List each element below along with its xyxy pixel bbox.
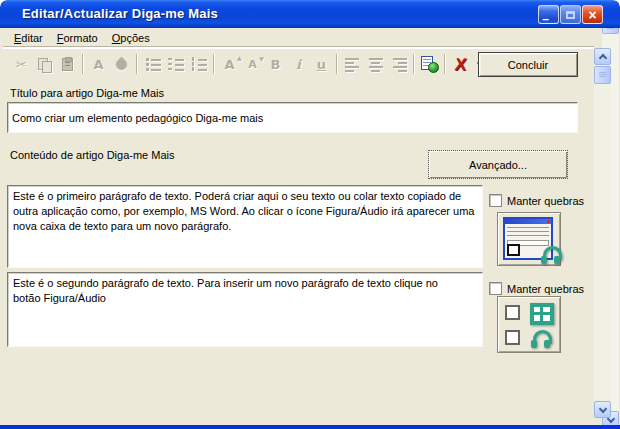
bullet-list-icon[interactable] (141, 53, 164, 75)
maximize-icon (566, 11, 575, 19)
title-bar: Editar/Actualizar Diga-me Mais – × (0, 0, 620, 28)
fill-color-icon[interactable] (110, 53, 133, 75)
alpha-list-icon[interactable] (187, 53, 210, 75)
keep-breaks-2-row: Manter quebras (489, 282, 584, 295)
menu-formato[interactable]: Formato (50, 30, 105, 46)
paragraph-1-textarea[interactable]: Este é o primeiro parágrafo de texto. Po… (7, 185, 483, 268)
menu-editar[interactable]: Editar (7, 30, 50, 46)
font-decrease-icon[interactable]: A▼ (241, 53, 264, 75)
figure-audio-icon[interactable] (418, 53, 441, 75)
title-input[interactable] (7, 102, 578, 133)
dialog-window: Editar/Actualizar Diga-me Mais – × Edita… (0, 0, 620, 429)
window-title: Editar/Actualizar Diga-me Mais (22, 6, 218, 21)
keep-breaks-2-checkbox[interactable] (489, 282, 502, 295)
window-border-bottom (0, 425, 620, 429)
align-left-icon[interactable] (341, 53, 364, 75)
font-icon[interactable]: A (87, 53, 110, 75)
paste-icon[interactable] (56, 53, 79, 75)
concluir-button-label: Concluir (508, 59, 548, 71)
scrollbar-thumb[interactable] (594, 66, 611, 84)
menu-bar: Editar Formato Opções (3, 28, 594, 48)
delete-icon[interactable]: X (449, 53, 472, 75)
figure-audio-dialog-button[interactable] (497, 212, 561, 266)
keep-breaks-1-label: Manter quebras (507, 195, 584, 207)
close-icon: × (588, 7, 596, 23)
scroll-down-button[interactable] (594, 401, 611, 418)
toolbar-separator (413, 54, 415, 74)
chevron-up-icon (598, 54, 606, 62)
avancado-button-label: Avançado... (469, 159, 527, 171)
toolbar-separator (444, 54, 446, 74)
align-right-icon[interactable] (387, 53, 410, 75)
scroll-up-button[interactable] (594, 48, 611, 65)
avancado-button[interactable]: Avançado... (428, 150, 568, 179)
keep-breaks-1-row: Manter quebras (489, 194, 584, 207)
paragraph-2-textarea[interactable]: Este é o segundo parágrafo de texto. Par… (7, 272, 483, 347)
option-checkbox-icon (505, 305, 520, 320)
headphones-icon (541, 246, 563, 264)
maximize-button[interactable] (560, 5, 581, 24)
concluir-button[interactable]: Concluir (478, 52, 578, 77)
align-center-icon[interactable] (364, 53, 387, 75)
toolbar-separator (136, 54, 138, 74)
option-checkbox-icon (505, 330, 520, 345)
keep-breaks-1-checkbox[interactable] (489, 194, 502, 207)
menu-opcoes[interactable]: Opções (105, 30, 157, 46)
toolbar-separator (82, 54, 84, 74)
minimize-icon: – (542, 16, 549, 22)
title-field-label: Título para artigo Diga-me Mais (10, 87, 164, 99)
content-section-label: Conteúdo de artigo Diga-me Mais (10, 149, 174, 161)
figure-audio-options-button[interactable] (497, 296, 561, 353)
toolbar-separator (336, 54, 338, 74)
cut-icon[interactable]: ✂ (10, 53, 33, 75)
italic-icon[interactable]: i (287, 53, 310, 75)
close-button[interactable]: × (582, 5, 603, 24)
main-scrollbar[interactable] (594, 48, 611, 418)
copy-icon[interactable] (33, 53, 56, 75)
numbered-list-icon[interactable] (164, 53, 187, 75)
chevron-down-icon (598, 404, 606, 412)
bold-icon[interactable]: B (264, 53, 287, 75)
underline-icon[interactable]: u (310, 53, 333, 75)
keep-breaks-2-label: Manter quebras (507, 283, 584, 295)
picture-frame-icon (530, 303, 554, 325)
font-increase-icon[interactable]: A▲ (218, 53, 241, 75)
minimize-button[interactable]: – (538, 5, 559, 24)
headphones-icon (531, 330, 553, 348)
toolbar-separator (213, 54, 215, 74)
